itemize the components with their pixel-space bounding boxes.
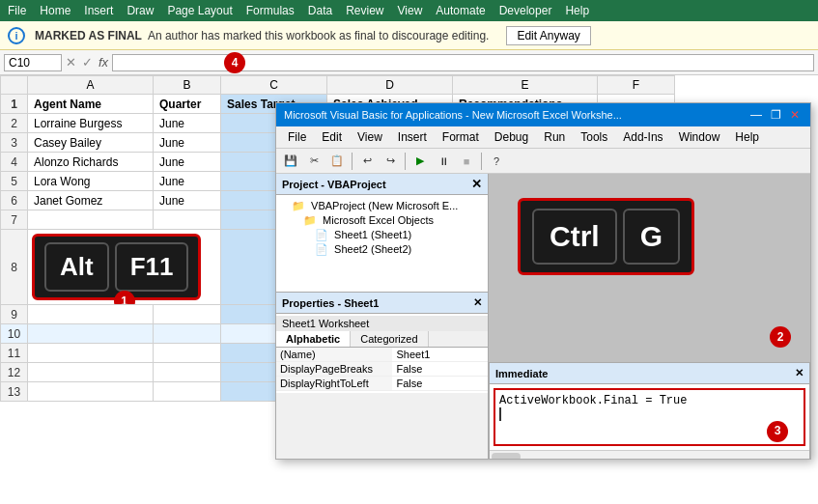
- step1-badge: 1: [114, 291, 135, 305]
- vba-menu-help[interactable]: Help: [727, 128, 767, 146]
- vba-menu-edit[interactable]: Edit: [314, 128, 350, 146]
- props-panel-close[interactable]: ✕: [473, 296, 482, 309]
- menu-insert[interactable]: Insert: [84, 4, 113, 17]
- formula-input[interactable]: [112, 54, 814, 71]
- restore-button[interactable]: ❐: [768, 107, 783, 123]
- vba-code-area[interactable]: Ctrl G 2: [489, 174, 810, 362]
- prop-val-2[interactable]: False: [392, 362, 488, 377]
- menu-draw[interactable]: Draw: [127, 4, 154, 17]
- immediate-scrollbar-h[interactable]: [490, 450, 809, 459]
- prop-name-2: DisplayPageBreaks: [276, 362, 392, 377]
- cell-a4[interactable]: Alonzo Richards: [28, 153, 154, 172]
- edit-anyway-button[interactable]: Edit Anyway: [506, 26, 590, 45]
- col-header-b[interactable]: B: [154, 76, 221, 95]
- col-header-f[interactable]: F: [598, 76, 675, 95]
- vba-menu-debug[interactable]: Debug: [487, 128, 536, 146]
- toolbar-redo[interactable]: ↪: [380, 151, 401, 172]
- vba-body: Project - VBAProject ✕ 📁 VBAProject (New…: [276, 174, 810, 459]
- col-header-d[interactable]: D: [327, 76, 453, 95]
- vba-menu-run[interactable]: Run: [536, 128, 573, 146]
- row-num: 4: [1, 153, 28, 172]
- cell-b4[interactable]: June: [154, 153, 221, 172]
- cell-a6[interactable]: Janet Gomez: [28, 191, 154, 210]
- props-panel: Properties - Sheet1 ✕ Sheet1 Worksheet A…: [276, 292, 488, 393]
- menu-automate[interactable]: Automate: [436, 4, 485, 17]
- file-icon-2: 📄: [315, 243, 328, 255]
- toolbar-pause[interactable]: ⏸: [433, 151, 454, 172]
- menu-review[interactable]: Review: [346, 4, 383, 17]
- vba-menu-file[interactable]: File: [280, 128, 314, 146]
- fx-icon[interactable]: fx: [99, 55, 108, 70]
- menu-view[interactable]: View: [398, 4, 423, 17]
- g-key: G: [623, 209, 680, 265]
- toolbar-btn-1[interactable]: 💾: [280, 151, 301, 172]
- menu-developer[interactable]: Developer: [499, 4, 552, 17]
- toolbar-btn-3[interactable]: 📋: [326, 151, 348, 172]
- tree-item-excel-objects[interactable]: 📁 Microsoft Excel Objects: [280, 213, 484, 228]
- immediate-window: Immediate ✕ ActiveWorkbook.Final = True …: [489, 362, 810, 459]
- cell-b2[interactable]: June: [154, 114, 221, 133]
- toolbar-btn-2[interactable]: ✂: [303, 151, 324, 172]
- cell-reference-box[interactable]: [4, 54, 62, 71]
- immediate-content[interactable]: ActiveWorkbook.Final = True 3: [494, 388, 805, 446]
- immediate-header: Immediate ✕: [490, 363, 809, 384]
- cell-b7[interactable]: [154, 210, 221, 230]
- vba-menu-addins[interactable]: Add-Ins: [615, 128, 670, 146]
- props-row: DisplayRightToLeft False: [276, 377, 488, 391]
- cell-b3[interactable]: June: [154, 133, 221, 153]
- confirm-icon[interactable]: ✓: [82, 55, 93, 70]
- tree-label-excel-objects: Microsoft Excel Objects: [323, 214, 434, 226]
- props-panel-title: Properties - Sheet1: [282, 297, 379, 309]
- tree-item-sheet1[interactable]: 📄 Sheet1 (Sheet1): [280, 228, 484, 242]
- cell-a5[interactable]: Lora Wong: [28, 172, 154, 191]
- props-tab-alphabetic[interactable]: Alphabetic: [276, 331, 351, 347]
- vba-menu-view[interactable]: View: [350, 128, 390, 146]
- vba-menu-format[interactable]: Format: [435, 128, 487, 146]
- prop-val-1[interactable]: Sheet1: [392, 348, 488, 362]
- immediate-title: Immediate: [495, 368, 548, 379]
- corner-header: [1, 76, 28, 95]
- cell-a7[interactable]: [28, 210, 154, 230]
- menu-home[interactable]: Home: [40, 4, 71, 17]
- cell-a1[interactable]: Agent Name: [28, 95, 154, 114]
- project-panel-close[interactable]: ✕: [471, 177, 482, 191]
- immediate-close[interactable]: ✕: [795, 367, 804, 379]
- row-num: 11: [1, 344, 28, 363]
- row-num: 12: [1, 363, 28, 382]
- tree-item-vbaproject[interactable]: 📁 VBAProject (New Microsoft E...: [280, 199, 484, 213]
- menu-data[interactable]: Data: [308, 4, 332, 17]
- vba-menu-insert[interactable]: Insert: [390, 128, 435, 146]
- toolbar-run[interactable]: ▶: [409, 151, 431, 172]
- menu-formulas[interactable]: Formulas: [246, 4, 295, 17]
- cell-b6[interactable]: June: [154, 191, 221, 210]
- vba-menu-tools[interactable]: Tools: [573, 128, 615, 146]
- toolbar-undo[interactable]: ↩: [356, 151, 378, 172]
- banner-text: MARKED AS FINAL An author has marked thi…: [35, 29, 489, 42]
- close-button[interactable]: ✕: [787, 107, 803, 123]
- props-tab-categorized[interactable]: Categorized: [351, 331, 428, 347]
- menu-page-layout[interactable]: Page Layout: [167, 4, 232, 17]
- tree-item-sheet2[interactable]: 📄 Sheet2 (Sheet2): [280, 242, 484, 257]
- menu-help[interactable]: Help: [565, 4, 589, 17]
- col-header-c[interactable]: C: [221, 76, 327, 95]
- col-header-a[interactable]: A: [28, 76, 154, 95]
- cancel-icon[interactable]: ✕: [66, 55, 76, 70]
- tree-label-vbaproject: VBAProject (New Microsoft E...: [311, 200, 458, 211]
- props-row: DisplayPageBreaks False: [276, 362, 488, 377]
- cell-b1[interactable]: Quarter: [154, 95, 221, 114]
- minimize-button[interactable]: —: [748, 107, 764, 123]
- step3-badge: 3: [767, 421, 788, 442]
- prop-val-3[interactable]: False: [392, 377, 488, 391]
- cell-a2[interactable]: Lorraine Burgess: [28, 114, 154, 133]
- row-num: 2: [1, 114, 28, 133]
- props-panel-header: Properties - Sheet1 ✕: [276, 293, 488, 314]
- menu-file[interactable]: File: [8, 4, 26, 17]
- ctrl-g-display: Ctrl G: [518, 198, 694, 275]
- toolbar-btn-help[interactable]: ?: [486, 151, 507, 172]
- cell-b5[interactable]: June: [154, 172, 221, 191]
- vba-menu-window[interactable]: Window: [671, 128, 728, 146]
- col-header-e[interactable]: E: [453, 76, 598, 95]
- cell-a3[interactable]: Casey Bailey: [28, 133, 154, 153]
- toolbar-stop[interactable]: ■: [456, 151, 477, 172]
- vba-title: Microsoft Visual Basic for Applications …: [284, 109, 622, 121]
